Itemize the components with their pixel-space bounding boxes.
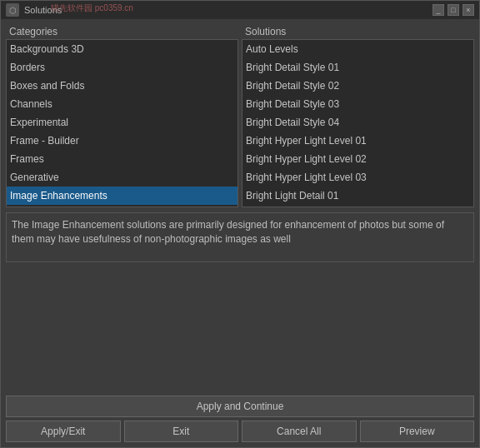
title-bar-controls: _ □ × <box>432 4 474 16</box>
exit-button[interactable]: Exit <box>124 421 239 442</box>
app-icon: ⬡ <box>6 3 19 17</box>
apply-continue-button[interactable]: Apply and Continue <box>6 396 474 417</box>
minimize-button[interactable]: _ <box>432 4 444 16</box>
main-window: ⬡ Solutions _ □ × 猎先软件园 pc0359.cn Catego… <box>0 0 480 448</box>
bottom-buttons-row: Apply/Exit Exit Cancel All Preview <box>6 421 474 442</box>
categories-header: Categories <box>6 24 238 39</box>
list-item[interactable]: Bright Light Detail 01 <box>242 187 473 205</box>
solutions-list[interactable]: Auto Levels Bright Detail Style 01 Brigh… <box>242 40 473 207</box>
preview-button[interactable]: Preview <box>360 421 475 442</box>
list-item[interactable]: Frames <box>7 150 238 168</box>
title-bar: ⬡ Solutions _ □ × <box>1 1 479 19</box>
list-item[interactable]: Bright Detail Style 02 <box>242 77 473 95</box>
content-area: Categories Backgrounds 3D Borders Boxes … <box>1 19 479 447</box>
lists-section: Categories Backgrounds 3D Borders Boxes … <box>6 24 474 207</box>
list-item[interactable]: Bright Detail Style 03 <box>242 95 473 113</box>
spacer <box>6 267 474 387</box>
title-bar-left: ⬡ Solutions <box>6 3 62 17</box>
list-item[interactable]: Frame - Builder <box>7 132 238 150</box>
list-item[interactable]: Bright Hyper Light Level 03 <box>242 168 473 187</box>
solutions-listbox: Auto Levels Bright Detail Style 01 Brigh… <box>242 39 474 207</box>
apply-exit-button[interactable]: Apply/Exit <box>6 421 121 442</box>
list-item[interactable]: Auto Levels <box>242 40 473 58</box>
list-item[interactable]: Bright Detail Style 01 <box>242 58 473 77</box>
categories-container: Categories Backgrounds 3D Borders Boxes … <box>6 24 238 207</box>
maximize-button[interactable]: □ <box>448 4 459 16</box>
list-item[interactable]: Borders <box>7 58 238 77</box>
buttons-section: Apply and Continue Apply/Exit Exit Cance… <box>6 392 474 442</box>
list-item-selected[interactable]: Image Enhancements <box>7 187 238 205</box>
list-item[interactable]: Bright Detail Style 04 <box>242 113 473 132</box>
list-item[interactable]: Backgrounds 3D <box>7 40 238 58</box>
description-text: The Image Enhancement solutions are prim… <box>12 219 444 245</box>
list-item[interactable]: Bright Light Detail 02 <box>242 205 473 207</box>
description-box: The Image Enhancement solutions are prim… <box>6 212 474 262</box>
solutions-header: Solutions <box>242 24 474 39</box>
list-item[interactable]: Bright Hyper Light Level 01 <box>242 132 473 150</box>
list-item[interactable]: Experimental <box>7 113 238 132</box>
list-item[interactable]: Layout <box>7 205 238 207</box>
list-item[interactable]: Generative <box>7 168 238 187</box>
cancel-all-button[interactable]: Cancel All <box>242 421 357 442</box>
list-item[interactable]: Boxes and Folds <box>7 77 238 95</box>
close-button[interactable]: × <box>462 4 474 16</box>
list-item[interactable]: Bright Hyper Light Level 02 <box>242 150 473 168</box>
categories-listbox: Backgrounds 3D Borders Boxes and Folds C… <box>6 39 238 207</box>
apply-continue-row: Apply and Continue <box>6 396 474 417</box>
title-bar-text: Solutions <box>24 5 62 15</box>
categories-list[interactable]: Backgrounds 3D Borders Boxes and Folds C… <box>7 40 238 207</box>
list-item[interactable]: Channels <box>7 95 238 113</box>
solutions-container: Solutions Auto Levels Bright Detail Styl… <box>242 24 474 207</box>
